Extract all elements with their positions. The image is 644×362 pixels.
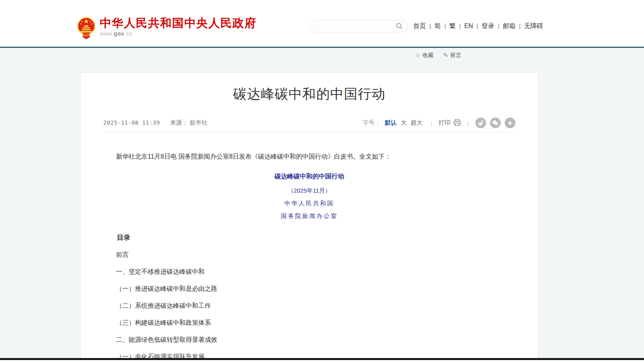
font-size-xlarge-button[interactable]: 超大 bbox=[410, 119, 422, 127]
site-url-www: www. bbox=[100, 30, 114, 37]
toc-item-section1: 一、坚定不移推进碳达峰碳中和 bbox=[103, 267, 515, 276]
site-title: 中华人民共和国中央人民政府 bbox=[100, 17, 257, 29]
wechat-icon bbox=[492, 119, 499, 126]
document-date: （2025年11月） bbox=[103, 186, 515, 195]
toolbar-separator: | bbox=[431, 119, 432, 126]
meta-separator-line bbox=[103, 132, 515, 133]
toc-item-section1-3: （三）构建碳达峰碳中和政策体系 bbox=[103, 318, 515, 327]
nav-item-traditional[interactable]: 繁 bbox=[446, 22, 459, 30]
font-size-label: 字号： bbox=[363, 119, 380, 127]
article-body: 新华社北京11月8日电 国务院新闻办公室8日发布《碳达峰碳中和的中国行动》白皮书… bbox=[103, 152, 515, 361]
search-icon[interactable] bbox=[396, 23, 403, 30]
site-brand[interactable]: 中华人民共和国中央人民政府 www.gov.cn bbox=[77, 16, 257, 40]
message-link[interactable]: ✎ 留言 bbox=[443, 52, 461, 59]
print-button[interactable]: 打印 bbox=[439, 119, 461, 127]
toc-item-preface: 前言 bbox=[103, 250, 515, 259]
toc-item-section2: 二、能源绿色低碳转型取得显著成效 bbox=[103, 335, 515, 344]
favorite-link[interactable]: ☆ 收藏 bbox=[415, 52, 433, 59]
source-value: 新华社 bbox=[190, 119, 207, 126]
share-weibo-button[interactable] bbox=[475, 118, 486, 128]
document-issuer-country: 中华人民共和国 bbox=[103, 199, 515, 208]
star-outline-icon: ☆ bbox=[415, 52, 420, 59]
search-box[interactable] bbox=[310, 20, 408, 32]
national-emblem-logo bbox=[77, 16, 96, 40]
site-url-cn: .cn bbox=[124, 30, 132, 37]
article-title: 碳达峰碳中和的中国行动 bbox=[97, 85, 522, 103]
nav-item-login[interactable]: 登录 bbox=[478, 22, 498, 30]
site-url: www.gov.cn bbox=[100, 30, 257, 37]
publish-date: 2025-11-08 11:39 bbox=[103, 119, 160, 126]
nav-item-accessibility[interactable]: 无障碍 bbox=[521, 22, 547, 30]
top-nav: 首页 | 简 | 繁 | EN | 登录 | 邮箱 | 无障碍 bbox=[413, 21, 547, 31]
pencil-icon: ✎ bbox=[443, 52, 448, 59]
article-meta-left: 2025-11-08 11:39 来源： 新华社 bbox=[103, 119, 207, 127]
site-header: 中华人民共和国中央人民政府 www.gov.cn 首页 | 简 | 繁 | EN… bbox=[0, 0, 644, 47]
nav-item-home[interactable]: 首页 bbox=[413, 22, 429, 30]
share-icons: ★ bbox=[475, 118, 515, 128]
favorite-label: 收藏 bbox=[422, 52, 433, 59]
weibo-icon bbox=[477, 119, 484, 126]
font-size-large-button[interactable]: 大 bbox=[401, 119, 407, 127]
document-title: 碳达峰碳中和的中国行动 bbox=[103, 172, 515, 181]
star-icon: ★ bbox=[507, 120, 513, 126]
document-issuer-office: 国务院新闻办公室 bbox=[103, 212, 515, 220]
share-qzone-button[interactable]: ★ bbox=[505, 118, 515, 128]
lead-paragraph: 新华社北京11月8日电 国务院新闻办公室8日发布《碳达峰碳中和的中国行动》白皮书… bbox=[103, 152, 515, 162]
toc-item-section1-2: （二）系统推进碳达峰碳中和工作 bbox=[103, 301, 515, 310]
article-meta-toolbar: 字号： 默认 大 超大 | 打印 | bbox=[363, 118, 515, 128]
viewport-bottom-margin bbox=[0, 360, 644, 362]
article-meta-row: 2025-11-08 11:39 来源： 新华社 字号： 默认 大 超大 | 打… bbox=[103, 117, 515, 128]
search-input[interactable] bbox=[310, 21, 396, 32]
toolbar-separator: | bbox=[467, 119, 469, 126]
toc-item-section1-1: （一）推进碳达峰碳中和是必由之路 bbox=[103, 284, 515, 293]
print-label: 打印 bbox=[439, 119, 450, 127]
message-label: 留言 bbox=[450, 52, 462, 59]
nav-item-mail[interactable]: 邮箱 bbox=[499, 22, 519, 30]
font-size-default-button[interactable]: 默认 bbox=[385, 119, 397, 127]
printer-icon bbox=[453, 119, 461, 126]
source-label: 来源： bbox=[170, 119, 188, 126]
source-line: 来源： 新华社 bbox=[170, 119, 207, 127]
brand-text: 中华人民共和国中央人民政府 www.gov.cn bbox=[100, 16, 257, 37]
toc-heading: 目录 bbox=[103, 233, 515, 242]
nav-item-simplified[interactable]: 简 bbox=[431, 22, 445, 30]
article-card: 碳达峰碳中和的中国行动 2025-11-08 11:39 来源： 新华社 字号：… bbox=[80, 72, 538, 362]
nav-item-english[interactable]: EN bbox=[461, 23, 477, 30]
quick-links: ☆ 收藏 ✎ 留言 bbox=[415, 52, 462, 59]
share-wechat-button[interactable] bbox=[490, 118, 501, 128]
site-url-gov: gov bbox=[114, 30, 124, 37]
